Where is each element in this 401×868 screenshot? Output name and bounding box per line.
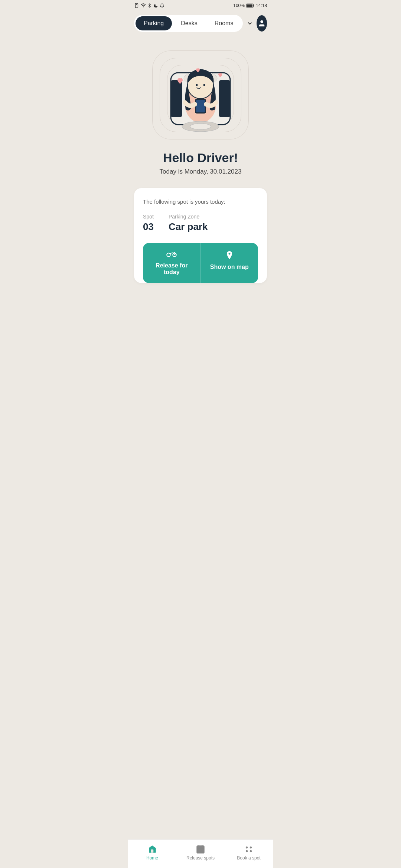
svg-point-18 [167,253,170,257]
spot-value: 03 [143,221,154,233]
spot-description: The following spot is yours today: [143,198,258,205]
tab-group: Parking Desks Rooms [134,15,243,32]
spot-label: Spot [143,214,154,220]
svg-point-2 [143,6,144,7]
zone-field: Parking Zone Car park [169,214,208,233]
spot-details: Spot 03 Parking Zone Car park [143,214,258,233]
spot-number-field: Spot 03 [143,214,154,233]
clock-time: 14:18 [256,3,267,8]
release-today-label: Release for today [147,262,196,276]
show-map-button[interactable]: Show on map [201,243,258,283]
svg-rect-15 [196,100,205,112]
illustration-container [145,43,256,147]
svg-rect-4 [247,4,252,7]
battery-time: 100% 14:18 [233,3,267,8]
zone-label: Parking Zone [169,214,208,220]
driver-illustration [152,50,249,139]
more-options-button[interactable] [244,15,255,32]
zone-value: Car park [169,221,208,233]
action-buttons: Release for today Show on map [143,243,258,283]
svg-rect-8 [219,80,230,117]
nav-tabs: Parking Desks Rooms [128,11,273,36]
release-today-button[interactable]: Release for today [143,243,201,283]
hello-title: Hello Driver! [163,151,238,165]
release-icon [166,250,177,259]
svg-rect-0 [136,3,138,8]
status-icons [134,3,164,8]
battery-percent: 100% [233,3,245,8]
svg-point-13 [203,84,205,86]
date-text: Today is Monday, 30.01.2023 [160,168,242,175]
show-map-label: Show on map [210,264,249,270]
tab-parking[interactable]: Parking [136,16,172,30]
svg-point-5 [260,20,263,23]
tab-rooms[interactable]: Rooms [206,16,242,30]
map-pin-icon [225,250,234,261]
profile-button[interactable] [257,15,267,32]
svg-rect-1 [136,4,137,5]
svg-point-12 [196,84,198,86]
spot-card: The following spot is yours today: Spot … [134,188,267,283]
svg-point-17 [190,124,211,129]
svg-rect-7 [171,80,182,117]
status-bar: 100% 14:18 [128,0,273,11]
hero-section: Hello Driver! Today is Monday, 30.01.202… [128,36,273,188]
tab-desks[interactable]: Desks [173,16,205,30]
